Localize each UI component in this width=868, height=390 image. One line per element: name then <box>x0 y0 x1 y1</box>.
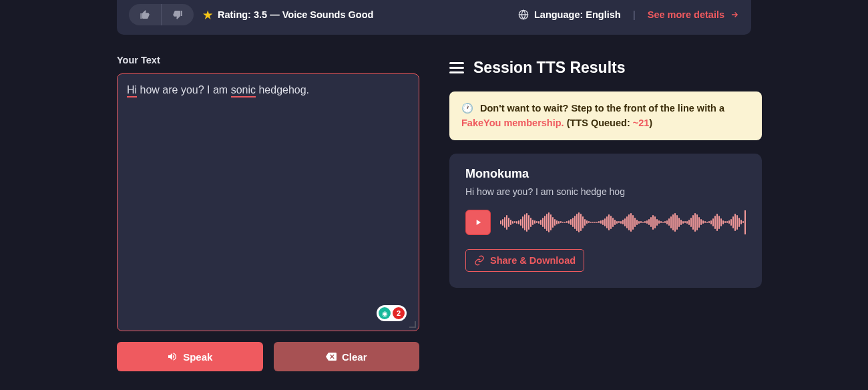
play-icon <box>473 218 483 227</box>
language-label: Language: English <box>534 9 621 20</box>
result-title: Monokuma <box>465 167 746 181</box>
grammar-icon: ◉ <box>379 307 391 319</box>
thumbs-up-button[interactable] <box>129 4 161 25</box>
speak-button[interactable]: Speak <box>117 342 263 371</box>
menu-icon <box>449 62 464 74</box>
play-button[interactable] <box>465 210 491 235</box>
error-count: 2 <box>393 307 405 319</box>
speaker-icon <box>167 351 178 362</box>
membership-link[interactable]: FakeYou membership. <box>461 118 564 128</box>
grammar-badge[interactable]: ◉ 2 <box>377 305 407 321</box>
waveform[interactable] <box>500 209 746 236</box>
rating-label: Rating: 3.5 — Voice Sounds Good <box>218 9 373 20</box>
text-input[interactable]: Hi how are you? I am sonic hedgehog. ◉ 2 <box>117 73 419 331</box>
clock-icon: 🕐 <box>461 103 473 114</box>
thumbs-down-button[interactable] <box>162 4 194 25</box>
clear-button[interactable]: Clear <box>274 342 420 371</box>
thumbs-down-icon <box>172 9 183 20</box>
thumbs-up-icon <box>140 9 150 20</box>
input-label: Your Text <box>117 55 419 65</box>
share-download-button[interactable]: Share & Download <box>465 249 584 272</box>
backspace-icon <box>326 351 337 362</box>
arrow-right-icon <box>730 10 739 19</box>
star-icon: ★ <box>203 9 212 21</box>
see-details-link[interactable]: See more details <box>648 9 739 20</box>
globe-icon <box>518 9 529 20</box>
queue-notice: 🕐 Don't want to wait? Step to the front … <box>449 91 762 140</box>
resize-handle[interactable] <box>410 322 417 329</box>
result-text: Hi how are you? I am sonic hedge hog <box>465 186 746 197</box>
info-bar: ★ Rating: 3.5 — Voice Sounds Good Langua… <box>117 0 751 35</box>
text-content: Hi how are you? I am sonic hedgehog. <box>118 74 419 106</box>
link-icon <box>474 255 485 266</box>
result-card: Monokuma Hi how are you? I am sonic hedg… <box>449 154 762 288</box>
vote-group <box>129 4 194 25</box>
results-heading: Session TTS Results <box>473 59 626 77</box>
divider: | <box>633 9 636 20</box>
